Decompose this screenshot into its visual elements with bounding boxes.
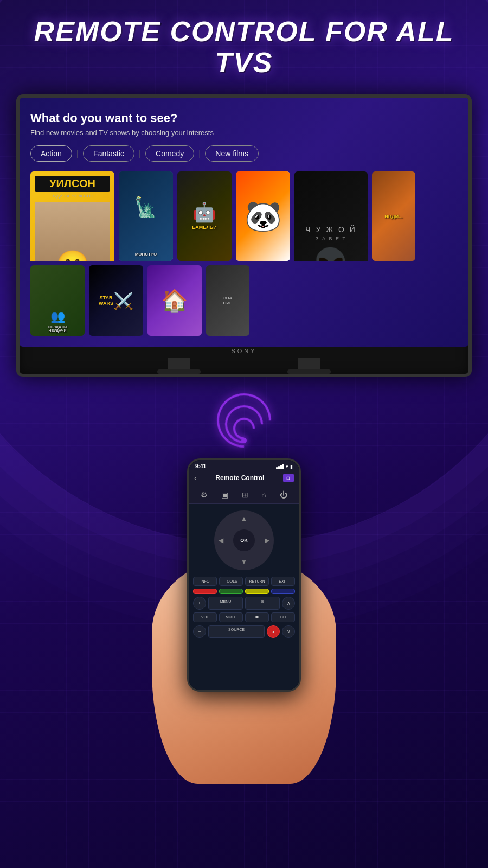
phone-time: 9:41 <box>195 463 206 469</box>
back-button[interactable]: ‹ <box>194 474 197 482</box>
bar-1 <box>276 467 278 469</box>
home-icon[interactable]: ⌂ <box>261 490 266 499</box>
dpad-section: ▲ ▼ ◀ ▶ OK <box>189 504 299 575</box>
btn-info[interactable]: INFO <box>193 577 217 586</box>
dpad[interactable]: ▲ ▼ ◀ ▶ OK <box>214 510 274 570</box>
btn-tools[interactable]: TOOLS <box>219 577 243 586</box>
tv-subtitle: Find new movies and TV shows by choosing… <box>30 129 458 137</box>
remote-buttons: INFO TOOLS RETURN EXIT <box>189 575 299 643</box>
btn-green[interactable] <box>219 589 243 594</box>
poster-wilson[interactable]: УИЛСОН ВУДИ ХАРРЕЛЬСОН 😮 <box>30 171 114 261</box>
wifi-section <box>0 377 488 453</box>
dpad-down[interactable]: ▼ <box>241 558 247 566</box>
status-bar: 9:41 ▾ ▮ <box>189 460 299 470</box>
poster-indiana[interactable]: ИНДИ... <box>372 171 415 261</box>
btn-row-colors <box>193 589 295 594</box>
genre-action[interactable]: Action <box>30 145 72 162</box>
poster-znanie[interactable]: ЗНАНИЕ <box>206 265 249 336</box>
tv-leg-left <box>168 358 190 374</box>
bar-2 <box>278 466 280 469</box>
genre-new-films[interactable]: New films <box>205 145 259 162</box>
btn-row-source: − SOURCE ● ∨ <box>193 625 295 638</box>
bar-4 <box>282 464 284 469</box>
status-icons: ▾ ▮ <box>276 464 293 469</box>
dpad-ok[interactable]: OK <box>233 529 255 551</box>
poster-panda[interactable]: 🐼 <box>236 171 290 261</box>
btn-vol-label: VOL <box>193 612 217 622</box>
tv-stand <box>20 355 468 374</box>
btn-minus[interactable]: − <box>193 625 206 638</box>
poster-starwars[interactable]: STARWARS ⚔️ <box>89 265 143 336</box>
btn-row-menu: + MENU ⊞ ∧ <box>193 597 295 610</box>
btn-red[interactable] <box>193 589 217 594</box>
cast-symbol: ⊞ <box>286 476 290 481</box>
page-title: REMOTE CONTROL FOR ALL TVs <box>0 0 488 89</box>
wifi-status-icon: ▾ <box>286 464 288 469</box>
poster-soldiers[interactable]: 👥 СОЛДАТЫНЕУДАЧИ <box>30 265 85 336</box>
cast-icon[interactable]: ⊞ <box>283 474 294 482</box>
btn-exit[interactable]: EXIT <box>271 577 295 586</box>
genre-sep-1: | <box>76 149 79 158</box>
tv-screen: What do you want to see? Find new movies… <box>20 98 468 347</box>
dpad-up[interactable]: ▲ <box>241 515 247 522</box>
hand-with-phone: 9:41 ▾ ▮ <box>108 458 380 784</box>
btn-row-info: INFO TOOLS RETURN EXIT <box>193 577 295 586</box>
bar-3 <box>280 465 282 469</box>
controls-bar: ⚙ ▣ ⊞ ⌂ ⏻ <box>189 486 299 504</box>
btn-return[interactable]: RETURN <box>245 577 269 586</box>
tv-section: What do you want to see? Find new movies… <box>0 94 488 377</box>
phone-title: Remote Control <box>215 474 264 482</box>
dpad-left[interactable]: ◀ <box>219 537 223 544</box>
btn-ch-label: CH <box>271 612 295 622</box>
settings-icon[interactable]: ⚙ <box>201 490 208 499</box>
btn-record[interactable]: ● <box>267 625 280 638</box>
phone-section: 9:41 ▾ ▮ <box>0 458 488 784</box>
grid-icon[interactable]: ⊞ <box>242 490 248 499</box>
btn-ch-down[interactable]: ∨ <box>282 625 295 638</box>
tv-question: What do you want to see? <box>30 111 458 125</box>
dpad-right[interactable]: ▶ <box>265 537 269 544</box>
btn-mute[interactable]: MUTE <box>219 612 243 622</box>
genre-sep-2: | <box>139 149 141 158</box>
wifi-dot <box>241 438 247 443</box>
poster-monsters[interactable]: 🗽 МОНСТРО <box>119 171 173 261</box>
genre-sep-3: | <box>198 149 201 158</box>
genre-comedy[interactable]: Comedy <box>145 145 194 162</box>
movies-row-1: УИЛСОН ВУДИ ХАРРЕЛЬСОН 😮 🗽 МОНСТРО 🤖 БАМ… <box>30 171 458 261</box>
signal-bars <box>276 464 284 469</box>
phone-header: ‹ Remote Control ⊞ <box>189 470 299 486</box>
genre-row: Action | Fantastic | Comedy | New films <box>30 145 458 162</box>
btn-plus[interactable]: + <box>193 597 206 610</box>
btn-row-vol: VOL MUTE ⇆ CH <box>193 612 295 622</box>
tv-leg-right <box>298 358 320 374</box>
btn-eq[interactable]: ⇆ <box>245 612 269 622</box>
poster-bumblebee[interactable]: 🤖 БАМБЛБИ <box>177 171 232 261</box>
btn-source[interactable]: SOURCE <box>208 625 265 638</box>
power-icon[interactable]: ⏻ <box>280 490 287 499</box>
tv-frame: What do you want to see? Find new movies… <box>16 94 472 377</box>
btn-ch-up[interactable]: ∧ <box>282 597 295 610</box>
genre-fantastic[interactable]: Fantastic <box>83 145 134 162</box>
screen-icon[interactable]: ▣ <box>221 490 228 499</box>
wifi-icon <box>211 393 277 448</box>
phone-screen: 9:41 ▾ ▮ <box>189 460 299 690</box>
btn-menu[interactable]: MENU <box>208 597 243 610</box>
movies-row-2: 👥 СОЛДАТЫНЕУДАЧИ STARWARS ⚔️ 🏠 ЗНАНИ <box>30 265 458 336</box>
btn-yellow[interactable] <box>245 589 269 594</box>
btn-grid[interactable]: ⊞ <box>245 597 280 610</box>
btn-blue[interactable] <box>271 589 295 594</box>
battery-icon: ▮ <box>290 464 293 469</box>
poster-alien[interactable]: Ч У Ж О Й З А В Е Т 👽 <box>294 171 368 261</box>
poster-dom[interactable]: 🏠 <box>147 265 202 336</box>
tv-logo: SONY <box>20 347 468 355</box>
phone-device[interactable]: 9:41 ▾ ▮ <box>187 458 301 692</box>
